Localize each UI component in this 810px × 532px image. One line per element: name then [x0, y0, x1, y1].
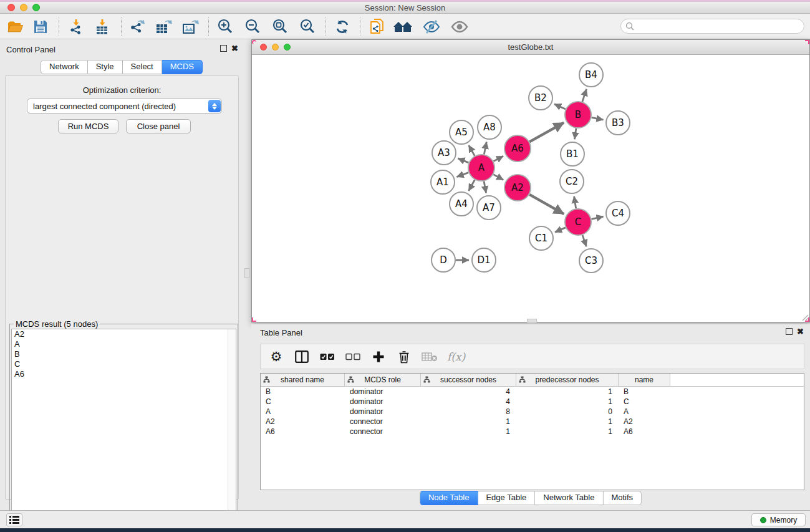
- result-item-a[interactable]: A: [12, 339, 236, 349]
- mcds-result-list[interactable]: A2ABCA6: [11, 329, 236, 532]
- graph-node-A7[interactable]: A7: [477, 196, 501, 220]
- function-builder-icon[interactable]: f(x): [447, 349, 465, 365]
- graph-node-D1[interactable]: D1: [472, 248, 496, 272]
- table-row-a6[interactable]: A6connector11A6: [261, 427, 804, 437]
- table-settings-gear-icon[interactable]: ⚙: [268, 349, 284, 365]
- graph-node-A6[interactable]: A6: [504, 135, 531, 162]
- graph-edge-B-B1[interactable]: [574, 128, 576, 139]
- graph-node-A5[interactable]: A5: [450, 120, 473, 144]
- tab-node-table[interactable]: Node Table: [420, 491, 478, 505]
- export-table-icon[interactable]: [153, 16, 174, 37]
- close-panel-button[interactable]: Close panel: [126, 119, 191, 133]
- column-header-shared-name[interactable]: shared name: [261, 374, 345, 386]
- open-file-icon[interactable]: [5, 16, 26, 37]
- result-scrollbar[interactable]: [228, 329, 236, 532]
- column-header-MCDS-role[interactable]: MCDS role: [345, 374, 421, 386]
- select-all-columns-icon[interactable]: [319, 349, 335, 365]
- graph-node-A2[interactable]: A2: [504, 175, 531, 201]
- tab-style[interactable]: Style: [88, 60, 123, 74]
- graph-edge-C-C1[interactable]: [555, 228, 566, 232]
- tab-motifs[interactable]: Motifs: [603, 491, 642, 505]
- column-header-successor-nodes[interactable]: successor nodes: [421, 374, 516, 386]
- import-table-icon[interactable]: [92, 16, 113, 37]
- graph-edge-A-A1[interactable]: [457, 173, 469, 177]
- graph-node-B4[interactable]: B4: [579, 63, 603, 87]
- graph-edge-A-A2[interactable]: [493, 175, 503, 180]
- graph-edge-A-A8[interactable]: [484, 142, 486, 155]
- float-panel-icon[interactable]: [220, 45, 227, 52]
- show-panels-list-button[interactable]: [6, 513, 22, 526]
- eye-icon[interactable]: [449, 16, 470, 37]
- graph-edge-B-B3[interactable]: [592, 117, 604, 120]
- import-network-icon[interactable]: [65, 16, 87, 37]
- vertical-splitter-handle[interactable]: [244, 268, 249, 278]
- tab-select[interactable]: Select: [123, 60, 162, 74]
- graph-node-A3[interactable]: A3: [432, 141, 456, 165]
- result-item-c[interactable]: C: [12, 359, 236, 369]
- graph-edge-C-C3[interactable]: [582, 235, 586, 246]
- close-panel-icon[interactable]: ✖: [231, 45, 238, 52]
- graph-edge-A-A6[interactable]: [493, 156, 503, 161]
- zoom-out-icon[interactable]: [243, 16, 264, 37]
- graph-edge-C-C2[interactable]: [574, 196, 576, 209]
- zoom-in-icon[interactable]: [215, 16, 236, 37]
- graph-edge-A-A3[interactable]: [458, 158, 468, 163]
- search-field[interactable]: [620, 19, 804, 34]
- graph-node-B1[interactable]: B1: [561, 142, 584, 166]
- graph-node-A8[interactable]: A8: [478, 115, 501, 139]
- zoom-fit-icon[interactable]: [270, 16, 291, 37]
- tab-network[interactable]: Network: [41, 60, 88, 74]
- tab-network-table[interactable]: Network Table: [535, 491, 603, 505]
- graph-node-A4[interactable]: A4: [450, 192, 473, 216]
- column-header-name[interactable]: name: [619, 374, 670, 386]
- save-session-icon[interactable]: [30, 16, 51, 37]
- refresh-icon[interactable]: [332, 16, 353, 37]
- hide-panels-icon[interactable]: [421, 16, 442, 37]
- table-row-b[interactable]: Bdominator41B: [261, 387, 804, 397]
- horizontal-splitter-handle[interactable]: [527, 319, 537, 323]
- tab-edge-table[interactable]: Edge Table: [478, 491, 535, 505]
- graph-edge-A6-B[interactable]: [529, 123, 564, 142]
- result-item-a6[interactable]: A6: [12, 369, 236, 379]
- table-row-c[interactable]: Cdominator41C: [261, 397, 804, 407]
- graph-node-A1[interactable]: A1: [431, 170, 455, 194]
- graph-node-B2[interactable]: B2: [529, 86, 552, 110]
- tab-mcds[interactable]: MCDS: [162, 60, 203, 74]
- unselect-all-columns-icon[interactable]: [345, 349, 361, 365]
- graph-edge-A-A4[interactable]: [469, 180, 475, 191]
- graph-node-C1[interactable]: C1: [529, 226, 553, 250]
- search-input[interactable]: [637, 22, 804, 31]
- graph-node-C2[interactable]: C2: [560, 170, 584, 193]
- graph-edge-A-A5[interactable]: [469, 145, 475, 156]
- export-image-icon[interactable]: [180, 16, 201, 37]
- criterion-dropdown[interactable]: largest connected component (directed): [27, 99, 222, 114]
- run-mcds-button[interactable]: Run MCDS: [58, 119, 118, 133]
- graph-node-A[interactable]: A: [468, 155, 494, 181]
- show-columns-icon[interactable]: [294, 349, 310, 365]
- graph-node-B3[interactable]: B3: [606, 111, 630, 135]
- graph-node-C3[interactable]: C3: [579, 249, 603, 273]
- network-canvas[interactable]: B4B2BB3A8A5A6A3B1AC2A1A2A4A7C4CC1C3DD1: [252, 55, 809, 322]
- graph-edge-A2-C[interactable]: [529, 195, 564, 214]
- destroy-table-icon[interactable]: [422, 349, 438, 365]
- graph-node-B[interactable]: B: [565, 102, 591, 128]
- float-table-panel-icon[interactable]: [786, 328, 793, 335]
- graph-edge-A-A7[interactable]: [484, 181, 486, 193]
- memory-button[interactable]: Memory: [751, 513, 806, 526]
- result-item-a2[interactable]: A2: [12, 329, 236, 339]
- table-row-a[interactable]: Adominator80A: [261, 407, 804, 417]
- export-network-icon[interactable]: [127, 16, 148, 37]
- graph-edge-B-B2[interactable]: [554, 104, 566, 109]
- result-item-b[interactable]: B: [12, 349, 236, 359]
- graph-edge-C-C4[interactable]: [591, 216, 603, 219]
- close-table-panel-icon[interactable]: ✖: [797, 328, 804, 335]
- graph-node-D[interactable]: D: [432, 248, 455, 272]
- duplicate-network-icon[interactable]: [367, 16, 388, 37]
- graph-edge-B-B4[interactable]: [582, 89, 587, 102]
- table-row-a2[interactable]: A2connector11A2: [261, 417, 804, 427]
- column-header-predecessor-nodes[interactable]: predecessor nodes: [516, 374, 619, 386]
- delete-column-icon[interactable]: [396, 349, 412, 365]
- graph-node-C4[interactable]: C4: [606, 201, 630, 225]
- window-resize-grip[interactable]: [801, 314, 809, 321]
- home-icon[interactable]: [393, 16, 414, 37]
